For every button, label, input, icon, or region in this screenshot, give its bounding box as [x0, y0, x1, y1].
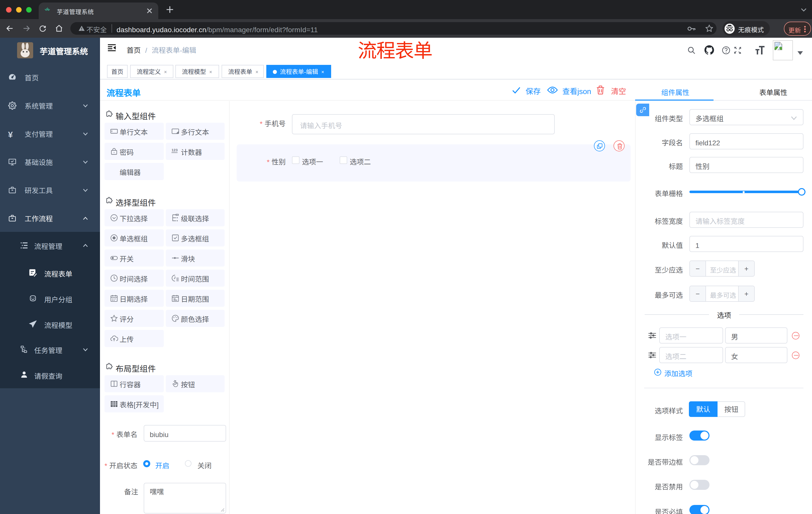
svg-text:123: 123 [172, 148, 178, 152]
